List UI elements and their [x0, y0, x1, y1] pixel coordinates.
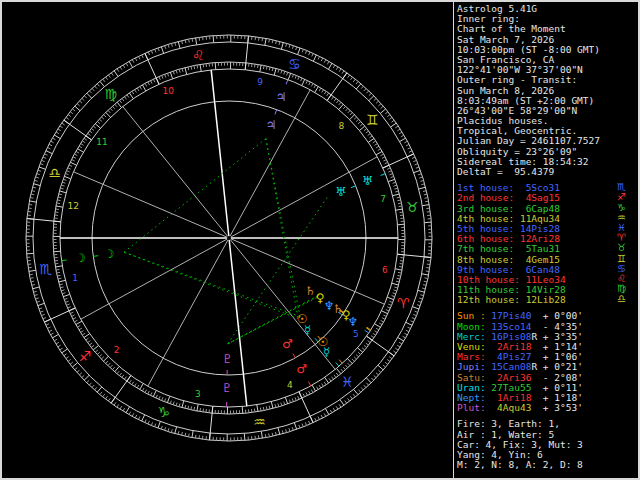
house-list: 1st house: 5Sco31♏2nd house: 4Sag15♐3rd … [457, 183, 636, 305]
svg-text:♀: ♀ [316, 291, 325, 305]
house-cusp-value: 12Lib28 [526, 294, 566, 305]
svg-text:☉: ☉ [318, 335, 329, 349]
info-line: DeltaT = 95.4379 [457, 167, 636, 177]
svg-text:♇: ♇ [222, 352, 233, 366]
house-label: 12th house: [457, 294, 526, 305]
svg-text:♎: ♎ [49, 165, 62, 181]
svg-text:♍: ♍ [104, 86, 117, 102]
info-sidebar: Astrolog 5.41G Inner ring: Chart of the … [457, 4, 636, 476]
summary-line: Fire: 3, Earth: 1, [457, 419, 636, 429]
sign-glyph: ♎ [617, 294, 626, 304]
svg-text:9: 9 [257, 77, 263, 87]
svg-text:♆: ♆ [324, 299, 335, 313]
svg-text:11: 11 [96, 137, 107, 147]
svg-text:12: 12 [67, 201, 78, 211]
svg-text:♏: ♏ [39, 261, 52, 277]
svg-text:8: 8 [339, 121, 345, 131]
svg-text:♓: ♓ [341, 374, 354, 390]
svg-text:♐: ♐ [79, 348, 92, 364]
svg-text:♂: ♂ [282, 337, 293, 351]
svg-text:♉: ♉ [406, 199, 419, 215]
chart-info: Astrolog 5.41G Inner ring: Chart of the … [457, 4, 636, 177]
planet-row: Plut: 4Aqu43 + 3°53' [457, 403, 636, 413]
sidebar-divider [453, 2, 454, 478]
astrolog-window: ♈♉♊♋♌♍♎♏♐♑♒♓123456789101112♆♀♄♅♃☽♇♂☿☉♆♀♄… [0, 0, 640, 480]
element-summary: Fire: 3, Earth: 1, Air : 1, Water: 5 Car… [457, 419, 636, 470]
svg-text:☉: ☉ [297, 312, 308, 326]
info-line: Outer ring - Transit: [457, 75, 636, 85]
svg-text:♃: ♃ [276, 90, 287, 104]
svg-text:☽: ☽ [75, 251, 86, 265]
house-row: 12th house: 12Lib28♎ [457, 295, 636, 305]
svg-text:♂: ♂ [296, 362, 307, 376]
svg-text:5: 5 [353, 329, 359, 339]
svg-text:3: 3 [195, 389, 201, 399]
svg-text:☽: ☽ [104, 247, 115, 261]
svg-text:♊: ♊ [366, 112, 379, 128]
chart-wheel: ♈♉♊♋♌♍♎♏♐♑♒♓123456789101112♆♀♄♅♃☽♇♂☿☉♆♀♄… [2, 2, 454, 478]
planet-latitude: + 3°53' [537, 402, 583, 413]
planet-position: 4Aqu43 [491, 402, 531, 413]
svg-text:♈: ♈ [397, 295, 410, 311]
svg-text:♑: ♑ [158, 404, 171, 420]
svg-text:♄: ♄ [305, 284, 316, 298]
svg-text:♇: ♇ [222, 381, 233, 395]
svg-text:♒: ♒ [253, 414, 266, 430]
svg-text:10: 10 [162, 86, 174, 96]
svg-text:♌: ♌ [192, 47, 205, 63]
svg-text:♃: ♃ [266, 118, 277, 132]
svg-text:2: 2 [114, 345, 120, 355]
svg-text:7: 7 [380, 194, 386, 204]
svg-text:6: 6 [382, 265, 388, 275]
svg-text:1: 1 [72, 273, 78, 283]
svg-text:♋: ♋ [288, 56, 301, 72]
svg-text:4: 4 [287, 380, 293, 390]
sign-glyph: ♉ [617, 243, 626, 253]
summary-line: M: 2, N: 8, A: 2, D: 8 [457, 460, 636, 470]
planet-list: Sun : 17Pis40 + 0°00'Moon: 13Sco14 - 4°3… [457, 311, 636, 413]
planet-label: Plut: [457, 402, 491, 413]
svg-text:♅: ♅ [336, 185, 347, 199]
svg-text:♅: ♅ [362, 174, 373, 188]
chart-area: ♈♉♊♋♌♍♎♏♐♑♒♓123456789101112♆♀♄♅♃☽♇♂☿☉♆♀♄… [2, 2, 454, 478]
